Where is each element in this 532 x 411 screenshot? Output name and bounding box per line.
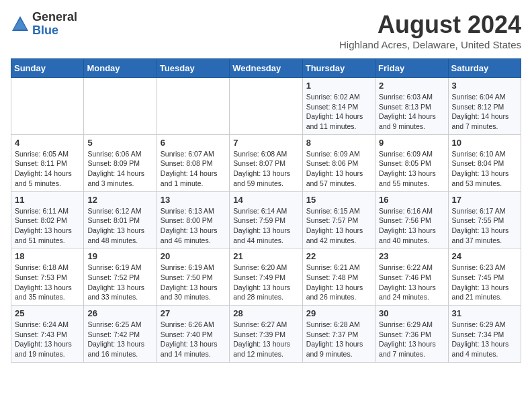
- calendar-cell: 25Sunrise: 6:24 AMSunset: 7:43 PMDayligh…: [11, 306, 84, 363]
- calendar-cell: 20Sunrise: 6:19 AMSunset: 7:50 PMDayligh…: [157, 248, 229, 306]
- day-info: Sunrise: 6:20 AMSunset: 7:49 PMDaylight:…: [233, 263, 298, 302]
- main-title: August 2024: [339, 11, 521, 39]
- day-info: Sunrise: 6:25 AMSunset: 7:42 PMDaylight:…: [87, 320, 152, 359]
- calendar-cell: 6Sunrise: 6:07 AMSunset: 8:08 PMDaylight…: [157, 134, 229, 191]
- day-number: 22: [306, 251, 371, 261]
- calendar-cell: 14Sunrise: 6:14 AMSunset: 7:59 PMDayligh…: [230, 191, 302, 248]
- day-number: 27: [161, 308, 226, 318]
- day-info: Sunrise: 6:29 AMSunset: 7:36 PMDaylight:…: [379, 320, 444, 359]
- day-info: Sunrise: 6:05 AMSunset: 8:11 PMDaylight:…: [15, 149, 80, 189]
- day-info: Sunrise: 6:09 AMSunset: 8:05 PMDaylight:…: [379, 149, 444, 189]
- day-info: Sunrise: 6:13 AMSunset: 8:00 PMDaylight:…: [161, 206, 226, 246]
- day-info: Sunrise: 6:07 AMSunset: 8:08 PMDaylight:…: [161, 149, 226, 189]
- calendar-cell: 15Sunrise: 6:15 AMSunset: 7:57 PMDayligh…: [302, 191, 375, 248]
- day-number: 13: [161, 195, 226, 205]
- day-number: 10: [452, 138, 517, 148]
- day-number: 6: [161, 138, 226, 148]
- day-info: Sunrise: 6:29 AMSunset: 7:34 PMDaylight:…: [452, 320, 517, 359]
- calendar-week-row: 25Sunrise: 6:24 AMSunset: 7:43 PMDayligh…: [11, 306, 521, 363]
- calendar-week-row: 18Sunrise: 6:18 AMSunset: 7:53 PMDayligh…: [11, 248, 521, 306]
- day-info: Sunrise: 6:27 AMSunset: 7:39 PMDaylight:…: [233, 320, 298, 359]
- day-info: Sunrise: 6:03 AMSunset: 8:13 PMDaylight:…: [379, 92, 444, 132]
- calendar-cell: 27Sunrise: 6:26 AMSunset: 7:40 PMDayligh…: [157, 306, 229, 363]
- day-number: 24: [452, 251, 517, 261]
- day-info: Sunrise: 6:08 AMSunset: 8:07 PMDaylight:…: [233, 149, 298, 189]
- day-number: 20: [161, 251, 226, 261]
- day-number: 23: [379, 251, 444, 261]
- calendar-cell: 16Sunrise: 6:16 AMSunset: 7:56 PMDayligh…: [375, 191, 448, 248]
- calendar-cell: 12Sunrise: 6:12 AMSunset: 8:01 PMDayligh…: [84, 191, 157, 248]
- day-number: 11: [15, 195, 80, 205]
- calendar-cell: 4Sunrise: 6:05 AMSunset: 8:11 PMDaylight…: [11, 134, 84, 191]
- calendar-cell: 26Sunrise: 6:25 AMSunset: 7:42 PMDayligh…: [84, 306, 157, 363]
- calendar-week-row: 4Sunrise: 6:05 AMSunset: 8:11 PMDaylight…: [11, 134, 521, 191]
- calendar-cell: 7Sunrise: 6:08 AMSunset: 8:07 PMDaylight…: [230, 134, 302, 191]
- calendar-cell: 3Sunrise: 6:04 AMSunset: 8:12 PMDaylight…: [448, 78, 521, 135]
- calendar-cell: 21Sunrise: 6:20 AMSunset: 7:49 PMDayligh…: [230, 248, 302, 306]
- logo-general: General: [32, 11, 77, 24]
- calendar-cell: 8Sunrise: 6:09 AMSunset: 8:06 PMDaylight…: [302, 134, 375, 191]
- day-number: 4: [15, 138, 80, 148]
- calendar-cell: 17Sunrise: 6:17 AMSunset: 7:55 PMDayligh…: [448, 191, 521, 248]
- svg-marker-1: [13, 19, 27, 30]
- calendar-week-row: 1Sunrise: 6:02 AMSunset: 8:14 PMDaylight…: [11, 78, 521, 135]
- day-info: Sunrise: 6:22 AMSunset: 7:46 PMDaylight:…: [379, 263, 444, 302]
- calendar-cell: [11, 78, 84, 135]
- subtitle: Highland Acres, Delaware, United States: [339, 39, 521, 50]
- day-info: Sunrise: 6:19 AMSunset: 7:52 PMDaylight:…: [87, 263, 152, 302]
- day-info: Sunrise: 6:19 AMSunset: 7:50 PMDaylight:…: [161, 263, 226, 302]
- calendar-cell: 11Sunrise: 6:11 AMSunset: 8:02 PMDayligh…: [11, 191, 84, 248]
- day-info: Sunrise: 6:10 AMSunset: 8:04 PMDaylight:…: [452, 149, 517, 189]
- logo-icon: [11, 15, 30, 34]
- calendar-cell: 23Sunrise: 6:22 AMSunset: 7:46 PMDayligh…: [375, 248, 448, 306]
- calendar-cell: 30Sunrise: 6:29 AMSunset: 7:36 PMDayligh…: [375, 306, 448, 363]
- calendar-cell: 2Sunrise: 6:03 AMSunset: 8:13 PMDaylight…: [375, 78, 448, 135]
- day-number: 17: [452, 195, 517, 205]
- day-info: Sunrise: 6:11 AMSunset: 8:02 PMDaylight:…: [15, 206, 80, 246]
- col-header-friday: Friday: [375, 59, 448, 78]
- calendar-cell: 18Sunrise: 6:18 AMSunset: 7:53 PMDayligh…: [11, 248, 84, 306]
- day-number: 15: [306, 195, 371, 205]
- day-info: Sunrise: 6:21 AMSunset: 7:48 PMDaylight:…: [306, 263, 371, 302]
- day-number: 19: [87, 251, 152, 261]
- logo-text: General Blue: [32, 11, 77, 38]
- day-info: Sunrise: 6:16 AMSunset: 7:56 PMDaylight:…: [379, 206, 444, 246]
- day-info: Sunrise: 6:23 AMSunset: 7:45 PMDaylight:…: [452, 263, 517, 302]
- col-header-tuesday: Tuesday: [157, 59, 229, 78]
- calendar-table: SundayMondayTuesdayWednesdayThursdayFrid…: [11, 58, 521, 363]
- calendar-cell: 24Sunrise: 6:23 AMSunset: 7:45 PMDayligh…: [448, 248, 521, 306]
- logo-blue: Blue: [32, 24, 77, 38]
- col-header-monday: Monday: [84, 59, 157, 78]
- day-number: 7: [233, 138, 298, 148]
- day-info: Sunrise: 6:12 AMSunset: 8:01 PMDaylight:…: [87, 206, 152, 246]
- calendar-cell: 31Sunrise: 6:29 AMSunset: 7:34 PMDayligh…: [448, 306, 521, 363]
- day-info: Sunrise: 6:24 AMSunset: 7:43 PMDaylight:…: [15, 320, 80, 359]
- calendar-cell: [230, 78, 302, 135]
- calendar-cell: 19Sunrise: 6:19 AMSunset: 7:52 PMDayligh…: [84, 248, 157, 306]
- calendar-cell: 1Sunrise: 6:02 AMSunset: 8:14 PMDaylight…: [302, 78, 375, 135]
- day-info: Sunrise: 6:18 AMSunset: 7:53 PMDaylight:…: [15, 263, 80, 302]
- day-info: Sunrise: 6:02 AMSunset: 8:14 PMDaylight:…: [306, 92, 371, 132]
- day-number: 29: [306, 308, 371, 318]
- calendar-week-row: 11Sunrise: 6:11 AMSunset: 8:02 PMDayligh…: [11, 191, 521, 248]
- calendar-cell: 29Sunrise: 6:28 AMSunset: 7:37 PMDayligh…: [302, 306, 375, 363]
- day-number: 16: [379, 195, 444, 205]
- logo: General Blue: [11, 11, 77, 38]
- day-number: 8: [306, 138, 371, 148]
- calendar-cell: 5Sunrise: 6:06 AMSunset: 8:09 PMDaylight…: [84, 134, 157, 191]
- day-info: Sunrise: 6:14 AMSunset: 7:59 PMDaylight:…: [233, 206, 298, 246]
- day-number: 2: [379, 81, 444, 91]
- day-info: Sunrise: 6:26 AMSunset: 7:40 PMDaylight:…: [161, 320, 226, 359]
- calendar-cell: [157, 78, 229, 135]
- day-info: Sunrise: 6:09 AMSunset: 8:06 PMDaylight:…: [306, 149, 371, 189]
- col-header-wednesday: Wednesday: [230, 59, 302, 78]
- day-number: 3: [452, 81, 517, 91]
- day-info: Sunrise: 6:28 AMSunset: 7:37 PMDaylight:…: [306, 320, 371, 359]
- calendar-cell: 28Sunrise: 6:27 AMSunset: 7:39 PMDayligh…: [230, 306, 302, 363]
- page-header: General Blue August 2024 Highland Acres,…: [11, 11, 521, 50]
- title-block: August 2024 Highland Acres, Delaware, Un…: [339, 11, 521, 50]
- day-info: Sunrise: 6:06 AMSunset: 8:09 PMDaylight:…: [87, 149, 152, 189]
- day-number: 28: [233, 308, 298, 318]
- day-info: Sunrise: 6:04 AMSunset: 8:12 PMDaylight:…: [452, 92, 517, 132]
- calendar-cell: 9Sunrise: 6:09 AMSunset: 8:05 PMDaylight…: [375, 134, 448, 191]
